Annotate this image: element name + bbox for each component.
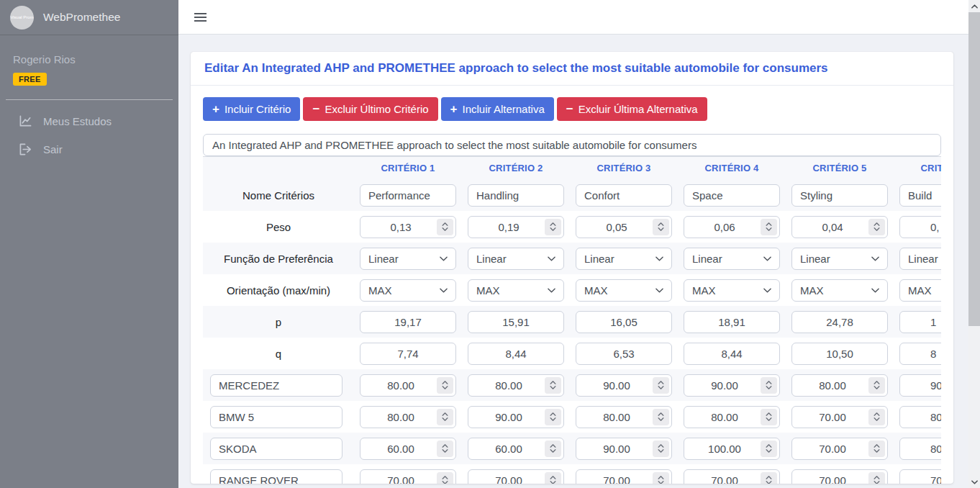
spinner-down-icon[interactable] <box>442 417 448 421</box>
vertical-scrollbar[interactable] <box>968 0 980 488</box>
scrollbar-up-button[interactable] <box>968 0 980 12</box>
alternative-name-input[interactable] <box>210 374 342 397</box>
number-spinner[interactable] <box>761 219 777 235</box>
spinner-down-icon[interactable] <box>766 449 772 453</box>
spinner-up-icon[interactable] <box>874 444 880 448</box>
spinner-down-icon[interactable] <box>658 449 664 453</box>
number-spinner[interactable] <box>653 440 669 457</box>
number-spinner[interactable] <box>868 219 885 235</box>
number-spinner[interactable] <box>761 377 777 394</box>
spinner-up-icon[interactable] <box>658 222 664 226</box>
spinner-up-icon[interactable] <box>550 381 556 384</box>
criterion-name-input[interactable] <box>360 184 456 207</box>
spinner-down-icon[interactable] <box>658 386 664 389</box>
spinner-down-icon[interactable] <box>658 227 664 231</box>
spinner-up-icon[interactable] <box>550 222 556 226</box>
number-spinner[interactable] <box>761 472 777 484</box>
criterion-name-input[interactable] <box>791 184 888 207</box>
spinner-up-icon[interactable] <box>766 381 772 384</box>
spinner-down-icon[interactable] <box>766 227 772 231</box>
spinner-up-icon[interactable] <box>658 476 664 479</box>
p-input[interactable] <box>360 311 456 333</box>
orientation-select[interactable]: MAX <box>791 279 888 302</box>
q-input[interactable] <box>576 343 672 365</box>
spinner-up-icon[interactable] <box>550 476 556 479</box>
number-spinner[interactable] <box>653 472 669 484</box>
spinner-up-icon[interactable] <box>874 476 880 479</box>
spinner-down-icon[interactable] <box>874 417 880 421</box>
preference-function-select[interactable]: Linear <box>899 248 941 270</box>
scrollbar-down-button[interactable] <box>968 476 980 488</box>
spinner-down-icon[interactable] <box>658 417 664 421</box>
number-spinner[interactable] <box>868 440 885 457</box>
spinner-up-icon[interactable] <box>658 412 664 416</box>
study-name-input[interactable] <box>203 134 941 156</box>
spinner-down-icon[interactable] <box>874 227 880 231</box>
spinner-down-icon[interactable] <box>442 386 448 389</box>
add-alternative-button[interactable]: + Incluir Alternativa <box>441 97 554 121</box>
orientation-select[interactable]: MAX <box>468 279 564 302</box>
number-spinner[interactable] <box>437 377 453 394</box>
spinner-down-icon[interactable] <box>874 386 880 389</box>
spinner-down-icon[interactable] <box>550 386 556 389</box>
spinner-down-icon[interactable] <box>442 227 448 231</box>
spinner-up-icon[interactable] <box>658 381 664 384</box>
preference-function-select[interactable]: Linear <box>360 248 456 270</box>
spinner-down-icon[interactable] <box>874 481 880 484</box>
spinner-down-icon[interactable] <box>874 449 880 453</box>
score-input[interactable] <box>899 438 941 460</box>
spinner-down-icon[interactable] <box>550 417 556 421</box>
spinner-down-icon[interactable] <box>766 417 772 421</box>
score-input[interactable] <box>899 374 941 397</box>
spinner-down-icon[interactable] <box>550 481 556 484</box>
spinner-up-icon[interactable] <box>766 412 772 416</box>
spinner-down-icon[interactable] <box>442 449 448 453</box>
spinner-up-icon[interactable] <box>442 476 448 479</box>
number-spinner[interactable] <box>868 472 885 484</box>
q-input[interactable] <box>791 343 888 365</box>
spinner-up-icon[interactable] <box>442 444 448 448</box>
number-spinner[interactable] <box>761 440 777 457</box>
p-input[interactable] <box>576 311 672 333</box>
orientation-select[interactable]: MAX <box>899 279 941 302</box>
spinner-down-icon[interactable] <box>766 386 772 389</box>
alternative-name-input[interactable] <box>210 438 342 460</box>
brand-link[interactable]: Visual Prom WebPromethee <box>0 0 178 35</box>
orientation-select[interactable]: MAX <box>576 279 672 302</box>
number-spinner[interactable] <box>545 409 561 425</box>
spinner-down-icon[interactable] <box>442 481 448 484</box>
criterion-name-input[interactable] <box>576 184 672 207</box>
spinner-down-icon[interactable] <box>550 449 556 453</box>
number-spinner[interactable] <box>653 377 669 394</box>
scrollbar-thumb[interactable] <box>968 12 980 326</box>
q-input[interactable] <box>360 343 456 365</box>
number-spinner[interactable] <box>437 472 453 484</box>
add-criterion-button[interactable]: + Incluir Critério <box>203 97 300 121</box>
spinner-up-icon[interactable] <box>550 412 556 416</box>
spinner-up-icon[interactable] <box>766 222 772 226</box>
p-input[interactable] <box>684 311 780 333</box>
spinner-down-icon[interactable] <box>766 481 772 484</box>
q-input[interactable] <box>468 343 564 365</box>
spinner-up-icon[interactable] <box>658 444 664 448</box>
spinner-up-icon[interactable] <box>550 444 556 448</box>
criterion-name-input[interactable] <box>684 184 780 207</box>
number-spinner[interactable] <box>545 377 561 394</box>
alternative-name-input[interactable] <box>210 469 342 484</box>
spinner-down-icon[interactable] <box>550 227 556 231</box>
number-spinner[interactable] <box>653 219 669 235</box>
spinner-up-icon[interactable] <box>766 444 772 448</box>
p-input[interactable] <box>791 311 888 333</box>
orientation-select[interactable]: MAX <box>684 279 780 302</box>
preference-function-select[interactable]: Linear <box>684 248 780 270</box>
preference-function-select[interactable]: Linear <box>576 248 672 270</box>
criterion-name-input[interactable] <box>468 184 564 207</box>
p-input[interactable] <box>899 311 941 333</box>
spinner-up-icon[interactable] <box>874 381 880 384</box>
spinner-up-icon[interactable] <box>874 222 880 226</box>
sidebar-item-sair[interactable]: Sair <box>0 135 178 163</box>
number-spinner[interactable] <box>437 440 453 457</box>
q-input[interactable] <box>684 343 780 365</box>
spinner-down-icon[interactable] <box>658 481 664 484</box>
number-spinner[interactable] <box>868 377 885 394</box>
